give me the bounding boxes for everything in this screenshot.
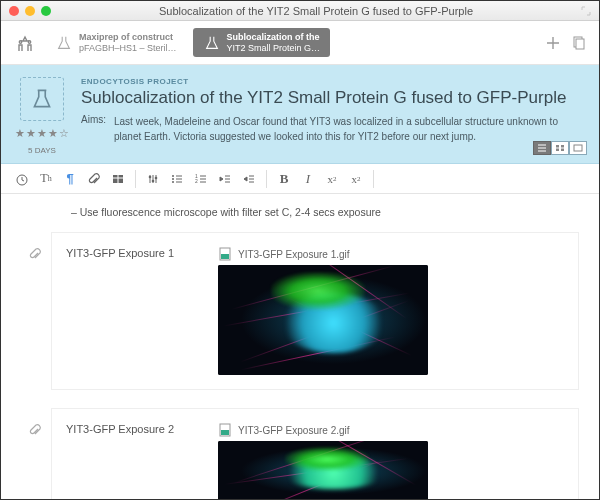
entry-thumbnail[interactable] bbox=[20, 77, 64, 121]
close-window-button[interactable] bbox=[9, 6, 19, 16]
svg-point-16 bbox=[172, 181, 174, 183]
attachment-block: YIT3-GFP Exposure 2 YIT3-GFP Exposure 2.… bbox=[51, 408, 579, 499]
attachment-filename: YIT3-GFP Exposure 1.gif bbox=[238, 249, 350, 260]
protocol-note: Use fluorescence microscope with filter … bbox=[71, 206, 579, 218]
indent-button[interactable] bbox=[238, 168, 260, 190]
bullet-list-button[interactable] bbox=[166, 168, 188, 190]
svg-rect-20 bbox=[221, 254, 229, 259]
svg-point-13 bbox=[155, 176, 158, 179]
svg-rect-5 bbox=[561, 145, 564, 148]
rating-stars[interactable]: ★★★★☆ bbox=[15, 127, 70, 140]
entry-header: ★★★★☆ 5 DAYS ENDOCYTOSIS PROJECT Subloca… bbox=[1, 65, 599, 164]
entry-title: Sublocalization of the YIT2 Small Protei… bbox=[81, 88, 583, 108]
svg-point-1 bbox=[28, 40, 30, 42]
svg-point-11 bbox=[149, 175, 152, 178]
attachment-filename: YIT3-GFP Exposure 2.gif bbox=[238, 425, 350, 436]
attachment-block: YIT3-GFP Exposure 1 YIT3-GFP Exposure 1.… bbox=[51, 232, 579, 390]
tab-label-line1: Sublocalization of the bbox=[227, 32, 321, 43]
gif-file-icon bbox=[218, 423, 232, 437]
add-button[interactable] bbox=[543, 33, 563, 53]
attachment-button[interactable] bbox=[83, 168, 105, 190]
svg-rect-7 bbox=[561, 149, 564, 152]
view-mode-toggle bbox=[533, 141, 587, 155]
traffic-lights bbox=[9, 6, 51, 16]
format-toolbar: Th ¶ 12 B I x2 x2 bbox=[1, 164, 599, 194]
view-compact-button[interactable] bbox=[569, 141, 587, 155]
copy-button[interactable] bbox=[569, 33, 589, 53]
aims-label: Aims: bbox=[81, 114, 106, 144]
flask-icon bbox=[203, 34, 221, 52]
microscopy-image[interactable] bbox=[218, 441, 428, 499]
svg-point-14 bbox=[172, 175, 174, 177]
bold-button[interactable]: B bbox=[273, 168, 295, 190]
paperclip-icon bbox=[28, 247, 42, 264]
numbered-list-button[interactable]: 12 bbox=[190, 168, 212, 190]
entry-content[interactable]: Use fluorescence microscope with filter … bbox=[1, 194, 599, 499]
tab-maxiprep[interactable]: Maxiprep of construct pFAGBH–HS1 – Steri… bbox=[45, 28, 187, 58]
entry-age: 5 DAYS bbox=[28, 146, 56, 155]
subscript-button[interactable]: x2 bbox=[345, 168, 367, 190]
svg-rect-4 bbox=[556, 145, 559, 148]
svg-point-12 bbox=[152, 179, 155, 182]
text-style-button[interactable]: Th bbox=[35, 168, 57, 190]
tab-label-line2: pFAGBH–HS1 – Steril… bbox=[79, 43, 177, 54]
svg-rect-6 bbox=[556, 149, 559, 152]
fullscreen-icon[interactable] bbox=[581, 6, 591, 16]
minimize-window-button[interactable] bbox=[25, 6, 35, 16]
tab-label-line1: Maxiprep of construct bbox=[79, 32, 177, 43]
titlebar: Sublocalization of the YIT2 Small Protei… bbox=[1, 1, 599, 21]
italic-button[interactable]: I bbox=[297, 168, 319, 190]
superscript-button[interactable]: x2 bbox=[321, 168, 343, 190]
attachment-label: YIT3-GFP Exposure 1 bbox=[66, 247, 206, 375]
paragraph-button[interactable]: ¶ bbox=[59, 168, 81, 190]
gif-file-icon bbox=[218, 247, 232, 261]
svg-point-15 bbox=[172, 178, 174, 180]
flask-icon bbox=[55, 34, 73, 52]
view-list-button[interactable] bbox=[533, 141, 551, 155]
window-title: Sublocalization of the YIT2 Small Protei… bbox=[51, 5, 581, 17]
svg-rect-22 bbox=[221, 430, 229, 435]
tab-sublocalization[interactable]: Sublocalization of the YIT2 Small Protei… bbox=[193, 28, 331, 58]
table-button[interactable] bbox=[107, 168, 129, 190]
app-window: Sublocalization of the YIT2 Small Protei… bbox=[0, 0, 600, 500]
svg-point-0 bbox=[19, 40, 21, 42]
tab-label-line2: YIT2 Small Protein G… bbox=[227, 43, 321, 54]
svg-rect-3 bbox=[576, 39, 584, 49]
svg-rect-8 bbox=[574, 145, 582, 151]
svg-text:2: 2 bbox=[195, 178, 198, 184]
view-grid-button[interactable] bbox=[551, 141, 569, 155]
tab-bar: Maxiprep of construct pFAGBH–HS1 – Steri… bbox=[1, 21, 599, 65]
outdent-button[interactable] bbox=[214, 168, 236, 190]
project-label: ENDOCYTOSIS PROJECT bbox=[81, 77, 583, 86]
settings-button[interactable] bbox=[142, 168, 164, 190]
attachment-label: YIT3-GFP Exposure 2 bbox=[66, 423, 206, 499]
project-home-icon[interactable] bbox=[11, 29, 39, 57]
paperclip-icon bbox=[28, 423, 42, 440]
zoom-window-button[interactable] bbox=[41, 6, 51, 16]
timestamp-button[interactable] bbox=[11, 168, 33, 190]
microscopy-image[interactable] bbox=[218, 265, 428, 375]
aims-text: Last week, Madeleine and Oscar found tha… bbox=[114, 114, 583, 144]
